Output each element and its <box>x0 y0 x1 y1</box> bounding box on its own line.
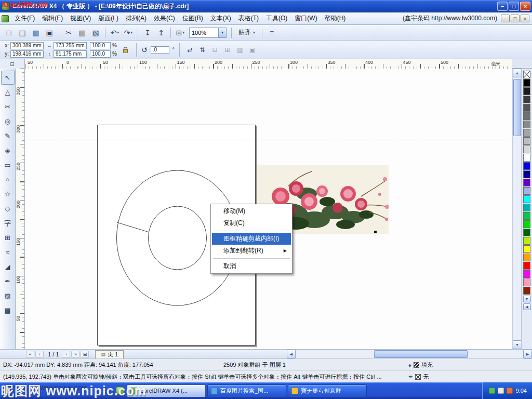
taskbar-task-ie[interactable]: 百度图片搜索_国... <box>207 384 286 397</box>
color-swatch-21[interactable] <box>523 245 530 253</box>
mdi-minimize-button[interactable]: – <box>501 15 510 22</box>
rotation-angle-field[interactable]: .0 <box>151 46 169 54</box>
close-button[interactable]: × <box>520 2 530 11</box>
snap-to-dropdown[interactable]: 贴齐▾ <box>235 27 259 38</box>
export-button[interactable]: ↥ <box>155 26 167 39</box>
menu-item-1[interactable]: 编辑(E) <box>38 12 66 24</box>
outline-pen-tool[interactable]: ✒ <box>1 274 15 288</box>
palette-expand-button[interactable]: ◀ <box>523 303 531 310</box>
previous-page-button[interactable]: ‹ <box>35 351 44 358</box>
context-menu-item-0[interactable]: 移动(M) <box>212 205 291 217</box>
vertical-ruler[interactable]: 350300250200150100500 <box>16 69 25 349</box>
color-swatch-2[interactable] <box>523 87 530 95</box>
horizontal-scrollbar[interactable]: ◀ ▶ <box>287 350 532 358</box>
interactive-fill-tool[interactable]: ▦ <box>1 303 15 317</box>
copy-button[interactable]: ▥ <box>76 26 88 39</box>
scroll-left-arrow[interactable]: ◀ <box>287 350 296 358</box>
palette-scroll-down-button[interactable]: ▼ <box>523 296 531 302</box>
undo-button[interactable]: ↶▾ <box>109 26 121 39</box>
save-button[interactable]: ▦ <box>30 26 42 39</box>
scroll-right-arrow[interactable]: ▶ <box>523 350 532 358</box>
page-tab[interactable]: ▤ 页 1 <box>95 350 124 358</box>
vertical-scroll-thumb[interactable] <box>513 79 521 136</box>
context-menu-item-1[interactable]: 复制(C) <box>212 217 291 229</box>
color-swatch-24[interactable] <box>523 270 530 278</box>
fill-swatch[interactable] <box>414 362 419 368</box>
cut-button[interactable]: ✂ <box>62 26 75 39</box>
menu-item-2[interactable]: 视图(V) <box>66 12 95 24</box>
add-page-button[interactable]: ⊞ <box>81 351 89 358</box>
menu-item-11[interactable]: 帮助(H) <box>321 12 350 24</box>
color-swatch-19[interactable] <box>523 229 530 236</box>
context-menu-item-3[interactable]: 图框精确剪裁内部(I) <box>212 233 291 245</box>
color-swatch-4[interactable] <box>523 104 530 112</box>
next-page-button[interactable]: › <box>62 351 70 358</box>
menu-item-10[interactable]: 窗口(W) <box>291 12 321 24</box>
redo-dropdown-arrow[interactable]: ▾ <box>130 30 132 35</box>
table-tool[interactable]: ⊞ <box>1 231 15 245</box>
minimize-button[interactable]: – <box>497 2 508 11</box>
ruler-origin-corner[interactable]: ⊡ <box>0 59 25 69</box>
paste-button[interactable]: ▧ <box>89 26 102 39</box>
tray-icon-0[interactable] <box>489 388 495 394</box>
basic-shapes-tool[interactable]: ◇ <box>1 202 15 216</box>
freehand-tool[interactable]: ✎ <box>1 129 15 143</box>
color-swatch-10[interactable] <box>523 154 530 162</box>
vertical-scrollbar[interactable]: ▲ ▼ <box>512 69 521 349</box>
drawing-canvas[interactable]: 移动(M)复制(C)图框精确剪裁内部(I)添加到翻转(R)▶取消 <box>25 69 512 349</box>
import-button[interactable]: ↧ <box>141 26 154 39</box>
color-swatch-22[interactable] <box>523 254 530 261</box>
mdi-close-button[interactable]: × <box>521 15 529 22</box>
menu-item-7[interactable]: 文本(X) <box>207 12 235 24</box>
open-button[interactable]: ▤ <box>16 26 29 39</box>
horizontal-guideline[interactable] <box>28 140 509 140</box>
scale-x-field[interactable]: 100.0 <box>90 42 111 49</box>
redo-button[interactable]: ↷▾ <box>122 26 135 39</box>
scroll-up-arrow[interactable]: ▲ <box>513 69 522 77</box>
taskbar-task-qq[interactable]: 寶ナ㠍ら创意群 <box>288 384 367 397</box>
interactive-blend-tool[interactable]: ≈ <box>1 245 15 259</box>
tray-icon-2[interactable] <box>507 388 513 394</box>
rectangle-tool[interactable]: ▭ <box>1 158 15 172</box>
color-swatch-23[interactable] <box>523 262 530 270</box>
scale-y-field[interactable]: 100.0 <box>90 50 111 58</box>
color-swatch-12[interactable] <box>523 170 530 178</box>
color-swatch-26[interactable] <box>523 287 530 295</box>
menu-item-5[interactable]: 效果(C) <box>150 12 179 24</box>
mirror-horizontal-button[interactable]: ⇄ <box>184 44 196 56</box>
horizontal-scroll-thumb[interactable] <box>374 350 468 358</box>
options-button[interactable]: ≡ <box>265 26 278 39</box>
mdi-restore-button[interactable]: □ <box>511 15 520 22</box>
color-swatch-25[interactable] <box>523 278 530 286</box>
first-page-button[interactable]: « <box>26 351 34 358</box>
lock-ratio-button[interactable] <box>120 44 131 56</box>
shape-tool[interactable]: △ <box>1 85 15 99</box>
no-color-swatch[interactable] <box>523 71 530 78</box>
menu-item-3[interactable]: 版面(L) <box>95 12 122 24</box>
color-swatch-6[interactable] <box>523 121 530 128</box>
horizontal-ruler[interactable]: 毫米 50050100150200250300350400450500 <box>25 59 512 69</box>
color-swatch-8[interactable] <box>523 137 530 145</box>
color-swatch-5[interactable] <box>523 112 530 120</box>
color-swatch-1[interactable] <box>523 79 530 87</box>
eyedropper-tool[interactable]: ◢ <box>1 260 15 274</box>
color-swatch-9[interactable] <box>523 145 530 153</box>
menu-item-0[interactable]: 文件(F) <box>11 12 38 24</box>
smart-fill-tool[interactable]: ◈ <box>1 143 15 157</box>
y-position-field[interactable]: 198.416 mm <box>10 50 44 58</box>
x-position-field[interactable]: 300.389 mm <box>10 42 44 49</box>
color-swatch-7[interactable] <box>523 129 530 137</box>
context-menu-item-6[interactable]: 取消 <box>212 260 291 272</box>
polygon-tool[interactable]: ☆ <box>1 187 15 201</box>
color-swatch-20[interactable] <box>523 237 530 245</box>
menu-item-4[interactable]: 排列(A) <box>122 12 150 24</box>
menu-item-6[interactable]: 位图(B) <box>179 12 207 24</box>
maximize-button[interactable]: □ <box>509 2 519 11</box>
color-swatch-13[interactable] <box>523 179 530 187</box>
object-height-field[interactable]: 91.175 mm <box>54 50 87 58</box>
selection-handle[interactable] <box>374 231 377 233</box>
tray-icon-1[interactable] <box>498 388 504 394</box>
color-swatch-3[interactable] <box>523 96 530 103</box>
zoom-tool[interactable]: ◎ <box>1 114 15 128</box>
menu-item-8[interactable]: 表格(T) <box>235 12 262 24</box>
